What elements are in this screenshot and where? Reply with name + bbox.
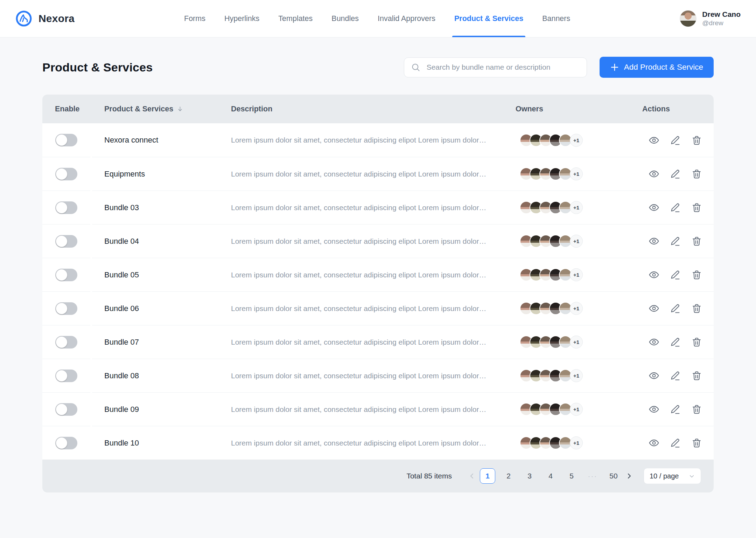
table-row: Bundle 09 Lorem ipsum dolor sit amet, co… bbox=[42, 392, 714, 426]
pagination-page-50[interactable]: 50 bbox=[606, 468, 621, 484]
search-box bbox=[404, 57, 587, 77]
delete-button[interactable] bbox=[691, 168, 702, 179]
delete-button[interactable] bbox=[691, 370, 702, 381]
search-input[interactable] bbox=[404, 57, 587, 77]
edit-button[interactable] bbox=[670, 303, 681, 314]
product-services-table: Enable Product & Services Description Ow… bbox=[42, 95, 714, 492]
nav-item-product-services[interactable]: Product & Services bbox=[454, 0, 524, 37]
delete-button[interactable] bbox=[691, 135, 702, 146]
edit-button[interactable] bbox=[670, 404, 681, 415]
toolbar: Product & Services Add Product & Service bbox=[42, 57, 714, 78]
nav-item-templates[interactable]: Templates bbox=[278, 0, 313, 37]
product-description: Lorem ipsum dolor sit amet, consectetur … bbox=[231, 204, 516, 212]
table-row: Bundle 08 Lorem ipsum dolor sit amet, co… bbox=[42, 359, 714, 392]
edit-button[interactable] bbox=[670, 236, 681, 247]
page-title: Product & Services bbox=[42, 61, 153, 74]
nav-item-forms[interactable]: Forms bbox=[183, 0, 206, 37]
view-button[interactable] bbox=[649, 370, 659, 381]
view-button[interactable] bbox=[649, 202, 659, 213]
enable-toggle[interactable] bbox=[55, 437, 77, 449]
column-header-product: Product & Services bbox=[92, 105, 231, 113]
table-row: Bundle 04 Lorem ipsum dolor sit amet, co… bbox=[42, 224, 714, 258]
edit-button[interactable] bbox=[670, 437, 681, 448]
product-name: Bundle 07 bbox=[92, 338, 231, 347]
brand-logo[interactable]: Nexora bbox=[15, 0, 75, 37]
table-row: Bundle 10 Lorem ipsum dolor sit amet, co… bbox=[42, 426, 714, 460]
delete-button[interactable] bbox=[691, 437, 702, 448]
product-name: Bundle 04 bbox=[92, 237, 231, 246]
user-profile[interactable]: Drew Cano @drew bbox=[680, 0, 741, 37]
edit-button[interactable] bbox=[670, 135, 681, 146]
add-product-service-button[interactable]: Add Product & Service bbox=[600, 57, 714, 78]
eye-icon bbox=[649, 269, 659, 280]
pencil-icon bbox=[670, 236, 681, 247]
edit-button[interactable] bbox=[670, 370, 681, 381]
pagination-pages: 12345···50 bbox=[480, 468, 621, 484]
nav-item-invalid-approvers[interactable]: Invalid Approvers bbox=[377, 0, 436, 37]
delete-button[interactable] bbox=[691, 269, 702, 280]
owners-avatar-group: +1 bbox=[516, 302, 642, 315]
pagination-page-3[interactable]: 3 bbox=[522, 468, 537, 484]
enable-toggle[interactable] bbox=[55, 168, 77, 180]
delete-button[interactable] bbox=[691, 337, 702, 347]
trash-icon bbox=[691, 370, 702, 381]
view-button[interactable] bbox=[649, 337, 659, 347]
table-footer: Total 85 items 12345···50 10 / page bbox=[42, 460, 714, 492]
column-header-description: Description bbox=[231, 105, 516, 113]
product-name: Bundle 03 bbox=[92, 203, 231, 212]
pagination-prev-button[interactable] bbox=[466, 470, 478, 482]
enable-toggle[interactable] bbox=[55, 134, 77, 146]
chevron-left-icon bbox=[468, 472, 476, 480]
view-button[interactable] bbox=[649, 135, 659, 146]
delete-button[interactable] bbox=[691, 202, 702, 213]
enable-toggle[interactable] bbox=[55, 201, 77, 214]
edit-button[interactable] bbox=[670, 202, 681, 213]
view-button[interactable] bbox=[649, 404, 659, 415]
enable-toggle[interactable] bbox=[55, 370, 77, 382]
nav-item-bundles[interactable]: Bundles bbox=[331, 0, 359, 37]
pagination-page-5[interactable]: 5 bbox=[564, 468, 579, 484]
eye-icon bbox=[649, 370, 659, 381]
delete-button[interactable] bbox=[691, 404, 702, 415]
eye-icon bbox=[649, 303, 659, 314]
view-button[interactable] bbox=[649, 437, 659, 448]
extra-owners-badge: +1 bbox=[570, 268, 583, 281]
owners-avatar-group: +1 bbox=[516, 369, 642, 382]
nav-item-banners[interactable]: Banners bbox=[541, 0, 571, 37]
enable-toggle[interactable] bbox=[55, 269, 77, 281]
enable-toggle[interactable] bbox=[55, 336, 77, 349]
chevron-down-icon bbox=[688, 473, 695, 480]
eye-icon bbox=[649, 135, 659, 146]
edit-button[interactable] bbox=[670, 337, 681, 347]
view-button[interactable] bbox=[649, 168, 659, 179]
column-header-enable: Enable bbox=[42, 105, 92, 113]
product-name: Bundle 06 bbox=[92, 304, 231, 313]
sort-arrow-down-icon[interactable] bbox=[177, 106, 183, 112]
eye-icon bbox=[649, 236, 659, 247]
pencil-icon bbox=[670, 404, 681, 415]
pagination-next-button[interactable] bbox=[623, 470, 635, 482]
user-avatar bbox=[680, 10, 696, 27]
pagination-page-1[interactable]: 1 bbox=[480, 468, 495, 484]
view-button[interactable] bbox=[649, 303, 659, 314]
product-description: Lorem ipsum dolor sit amet, consectetur … bbox=[231, 304, 516, 313]
delete-button[interactable] bbox=[691, 236, 702, 247]
edit-button[interactable] bbox=[670, 269, 681, 280]
edit-button[interactable] bbox=[670, 168, 681, 179]
pencil-icon bbox=[670, 269, 681, 280]
pagination-page-4[interactable]: 4 bbox=[543, 468, 558, 484]
extra-owners-badge: +1 bbox=[570, 403, 583, 416]
page-size-select[interactable]: 10 / page bbox=[644, 468, 701, 484]
pagination-page-2[interactable]: 2 bbox=[501, 468, 516, 484]
enable-toggle[interactable] bbox=[55, 403, 77, 416]
main-content: Product & Services Add Product & Service bbox=[0, 57, 756, 492]
enable-toggle[interactable] bbox=[55, 235, 77, 248]
view-button[interactable] bbox=[649, 269, 659, 280]
extra-owners-badge: +1 bbox=[570, 235, 583, 248]
enable-toggle[interactable] bbox=[55, 302, 77, 315]
view-button[interactable] bbox=[649, 236, 659, 247]
delete-button[interactable] bbox=[691, 303, 702, 314]
nav-item-hyperlinks[interactable]: Hyperlinks bbox=[224, 0, 260, 37]
product-description: Lorem ipsum dolor sit amet, consectetur … bbox=[231, 439, 516, 447]
pagination-ellipsis: ··· bbox=[585, 472, 600, 480]
